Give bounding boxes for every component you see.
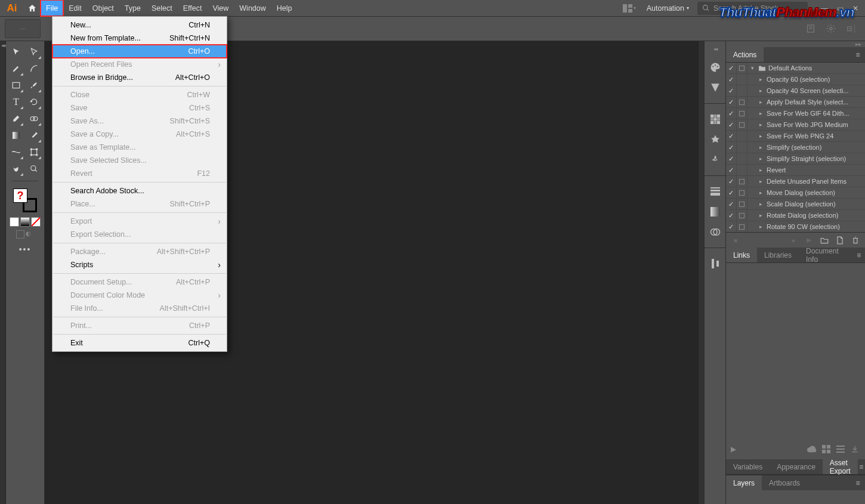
action-row[interactable]: ✓▸Rotate 90 CW (selection) (726, 221, 865, 232)
direct-selection-tool[interactable]: ◢ (26, 45, 42, 59)
play-icon[interactable]: ▶ (731, 445, 736, 453)
tab-asset-export[interactable]: Asset Export (823, 459, 858, 474)
action-row[interactable]: ✓▸Apply Default Style (select... (726, 97, 865, 108)
eraser-tool[interactable]: ◢ (8, 112, 24, 126)
action-row[interactable]: ✓▸Simplify Straight (selection) (726, 153, 865, 165)
menu-item-new[interactable]: New...Ctrl+N (52, 18, 227, 32)
menu-type[interactable]: Type (119, 0, 146, 16)
grid-icon[interactable] (821, 444, 832, 454)
export-icon[interactable] (849, 444, 860, 454)
arrange-docs-icon[interactable]: ▾ (620, 2, 638, 14)
pen-tool[interactable]: ◢ (8, 61, 24, 76)
fill-swatch[interactable]: ? (13, 188, 27, 203)
gradient-panel-icon[interactable] (708, 205, 722, 219)
menu-item-label: Export (70, 217, 92, 225)
hand-tool[interactable]: ◢ (8, 162, 24, 176)
transparency-panel-icon[interactable] (708, 225, 722, 239)
draw-behind-icon[interactable]: ◐ (26, 230, 34, 239)
color-mode-none[interactable] (31, 217, 41, 227)
collapse-chev-icon[interactable]: ◂◂ (1, 42, 5, 504)
symbols-panel-icon[interactable] (708, 153, 722, 167)
color-mode-normal[interactable] (10, 217, 19, 227)
shape-builder-tool[interactable]: ◢ (26, 112, 42, 126)
action-row[interactable]: ✓▸Move Dialog (selection) (726, 187, 865, 199)
eyedropper-tool[interactable]: ◢ (26, 128, 42, 143)
panel-menu-icon[interactable]: ≡ (851, 475, 865, 490)
workspace-switcher[interactable]: Automation ▾ (642, 4, 694, 13)
action-row[interactable]: ✓▸Revert (726, 165, 865, 176)
play-icon[interactable]: ▶ (804, 236, 814, 245)
action-row[interactable]: ✓▸Scale Dialog (selection) (726, 199, 865, 210)
menu-item-browse-in-bridge[interactable]: Browse in Bridge...Alt+Ctrl+O (52, 71, 227, 84)
action-row[interactable]: ✓▸Save For Web GIF 64 Dith... (726, 108, 865, 119)
gradient-tool[interactable] (8, 128, 24, 143)
rotate-tool[interactable]: ◢ (26, 95, 42, 109)
menu-file[interactable]: File (41, 0, 63, 16)
tab-links[interactable]: Links (726, 248, 757, 262)
action-row[interactable]: ✓▸Save For Web PNG 24 (726, 131, 865, 142)
action-row[interactable]: ✓▸Save For Web JPG Medium (726, 119, 865, 131)
delete-icon[interactable] (851, 236, 860, 245)
menu-select[interactable]: Select (146, 0, 178, 16)
record-icon[interactable]: ● (789, 236, 798, 245)
menu-view[interactable]: View (207, 0, 234, 16)
zoom-tool[interactable] (26, 162, 42, 176)
menu-item-exit[interactable]: ExitCtrl+Q (52, 336, 227, 350)
type-tool[interactable]: T◢ (8, 95, 24, 109)
color-mode-gradient[interactable] (20, 217, 30, 227)
expand-chev-icon[interactable]: ▸▸ (855, 41, 861, 47)
menu-item-open[interactable]: Open...Ctrl+O (52, 45, 227, 58)
tab-libraries[interactable]: Libraries (757, 248, 799, 262)
edit-toolbar-icon[interactable]: ••• (19, 245, 32, 254)
free-transform-tool[interactable]: ◢ (26, 145, 42, 159)
menu-window[interactable]: Window (234, 0, 271, 16)
cloud-icon[interactable] (807, 444, 817, 454)
menu-item-search-adobe-stock[interactable]: Search Adobe Stock... (52, 184, 227, 197)
panel-collapse-icon[interactable]: ⊟┊ (842, 20, 860, 38)
new-folder-icon[interactable] (820, 236, 829, 245)
tab-actions[interactable]: Actions (726, 47, 764, 62)
color-guide-panel-icon[interactable] (708, 81, 722, 95)
preferences-icon[interactable] (822, 20, 840, 38)
stop-icon[interactable]: ■ (731, 236, 740, 245)
color-panel-icon[interactable] (708, 60, 722, 75)
menu-edit[interactable]: Edit (63, 0, 87, 16)
action-row[interactable]: ✓▸Simplify (selection) (726, 142, 865, 153)
collapse-chev-icon[interactable]: ◂◂ (713, 46, 717, 52)
menu-help[interactable]: Help (271, 0, 298, 16)
tab-appearance[interactable]: Appearance (770, 459, 823, 474)
menu-item-new-from-template[interactable]: New from Template...Shift+Ctrl+N (52, 32, 227, 45)
new-action-icon[interactable] (835, 236, 845, 245)
list-icon[interactable] (835, 444, 846, 454)
menu-item-shortcut: Alt+Shift+Ctrl+I (160, 304, 210, 313)
draw-normal-icon[interactable] (16, 230, 24, 239)
paintbrush-tool[interactable]: ◢ (26, 78, 42, 92)
align-panel-icon[interactable] (708, 256, 722, 271)
doc-setup-icon[interactable] (802, 20, 820, 38)
panel-menu-icon[interactable]: ≡ (853, 248, 865, 262)
brushes-panel-icon[interactable] (708, 132, 722, 147)
tab-artboards[interactable]: Artboards (762, 475, 807, 490)
selection-tool[interactable] (8, 45, 24, 59)
tab-layers[interactable]: Layers (726, 475, 762, 490)
panel-menu-icon[interactable]: ≡ (858, 459, 865, 474)
swatches-panel-icon[interactable] (708, 112, 722, 126)
fill-stroke-indicator[interactable]: ? (13, 188, 37, 212)
menu-item-scripts[interactable]: Scripts (52, 258, 227, 271)
curvature-tool[interactable] (26, 61, 42, 76)
stroke-panel-icon[interactable] (708, 184, 722, 199)
action-row[interactable]: ✓▸Opacity 60 (selection) (726, 74, 865, 85)
home-icon[interactable] (24, 0, 41, 16)
action-row[interactable]: ✓▸Rotate Dialog (selection) (726, 210, 865, 221)
tab-document-info[interactable]: Document Info (799, 248, 853, 262)
menu-item-label: File Info... (70, 304, 103, 313)
width-tool[interactable]: ◢ (8, 145, 24, 159)
panel-menu-icon[interactable]: ≡ (851, 47, 865, 62)
action-folder-row[interactable]: ✓▾Default Actions (726, 63, 865, 74)
tab-variables[interactable]: Variables (726, 459, 770, 474)
action-row[interactable]: ✓▸Delete Unused Panel Items (726, 176, 865, 187)
action-row[interactable]: ✓▸Opacity 40 Screen (selecti... (726, 85, 865, 97)
rectangle-tool[interactable]: ◢ (8, 78, 24, 92)
menu-effect[interactable]: Effect (178, 0, 208, 16)
menu-object[interactable]: Object (87, 0, 119, 16)
